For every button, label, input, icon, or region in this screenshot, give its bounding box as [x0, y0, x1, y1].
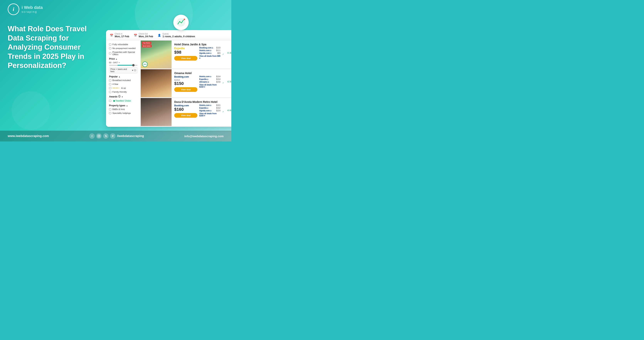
footer-email: info@iwebdatascraping.com [184, 135, 224, 138]
guests-label: Guests [162, 33, 195, 35]
instagram-icon[interactable] [96, 133, 102, 139]
checkin-field: 📅 Check In Mon, 17 Feb [110, 33, 129, 38]
filter-four-star[interactable]: 4 Star [109, 83, 138, 85]
popular-section-header: Popular ▲ [109, 75, 138, 78]
facebook-icon[interactable]: f [89, 133, 95, 139]
view-deal-btn-3[interactable]: View deal [174, 113, 198, 118]
provider-logo-2: Booking.com [174, 76, 198, 78]
price-main-3: $160 [174, 107, 198, 112]
awards-arrow-icon: ▲ [121, 96, 123, 98]
filter-refundable[interactable]: Fully refundable [109, 43, 138, 46]
special-offers-checkbox[interactable] [109, 52, 111, 55]
compare-prices-1: Booking.com ≥ $103 Hotels.com ≥ $111 Ago… [199, 47, 220, 59]
family-label: Family-friendly [112, 91, 127, 93]
hotel-center-1: Expedia $98 View deal Booking.com ≥ $103 [174, 47, 231, 61]
hotel-image-2 [141, 69, 172, 97]
hotel-center-2: Booking.com $164 $150 View deal Hotels.c… [174, 76, 231, 92]
hotel-image-3 [141, 98, 172, 126]
compare-prices-2: Hotels.com ≥ $164 Expedia ≥ $164 eDreams… [199, 76, 220, 88]
ui-card: Fully refundable No prepayment needed Pr… [106, 41, 231, 127]
compare-price-2-1: $164 [216, 78, 220, 80]
svg-rect-2 [98, 135, 100, 137]
checkin-value: Mon, 17 Feb [115, 35, 129, 38]
best-value-text-2: #2 Best Value of 175 places to stay in A… [224, 81, 231, 85]
price-display-label: Price + taxes and fees [110, 68, 131, 73]
price-slider-track[interactable] [109, 65, 138, 66]
compare-site-2-1: Expedia ≥ [199, 78, 208, 80]
price-section-3: Booking.com $160 View deal [174, 104, 198, 118]
price-display-dropdown[interactable]: Price + taxes and fees ▾ ⓘ [109, 67, 138, 73]
header: i i Web data scraping [0, 0, 231, 19]
provider-logo-1: Expedia [174, 47, 198, 50]
hotel-info-2: Omama Hotel ♡ Booking.com $164 $150 View… [172, 69, 231, 97]
view-on-map-1[interactable]: View on map [222, 57, 231, 60]
family-checkbox[interactable] [109, 91, 111, 93]
checkout-value: Mon, 24 Feb [138, 35, 153, 38]
compare-site-3-1: Expedia ≥ [199, 107, 208, 109]
speciality-checkbox[interactable] [109, 112, 111, 114]
view-all-deals-3[interactable]: View all deals from $160 ▾ [199, 113, 220, 117]
compare-row-1-2: Agoda.com ≥ $89 [199, 52, 220, 54]
compare-row-2-0: Hotels.com ≥ $164 [199, 76, 220, 78]
best-value-3: ✓ #3 Best Value of 175 places to stay in… [222, 109, 231, 114]
best-seller-badge: Best Seller [142, 45, 152, 47]
review-count-1: 1,119 reviews [222, 49, 231, 51]
logo-circle: i [8, 4, 19, 15]
view-deal-btn-1[interactable]: View deal [174, 56, 198, 61]
stars-row: ★★★★☆ [112, 87, 120, 89]
four-star-checkbox[interactable] [109, 83, 111, 85]
hotel-card-1: Top Rated Best Seller 2024 Hotel Diana J… [141, 41, 231, 69]
search-bar[interactable]: 📅 Check In Mon, 17 Feb 📅 Check Out Mon, … [106, 30, 231, 41]
view-on-map-2[interactable]: View on map [222, 86, 231, 88]
breakfast-checkbox[interactable] [109, 79, 111, 81]
filter-breakfast[interactable]: Breakfast included [109, 79, 138, 81]
four-star-label: 4 Star [112, 83, 118, 85]
hotel-card-2: Omama Hotel ♡ Booking.com $164 $150 View… [141, 69, 231, 97]
no-prepayment-label: No prepayment needed [112, 47, 136, 49]
property-types-label: Property types [109, 104, 125, 107]
filter-stars-up[interactable]: ★★★★☆ & up [109, 87, 138, 89]
footer: www.iwebdatascraping.com f 𝕏 P /iwebdata… [0, 131, 231, 141]
filter-speciality[interactable]: Speciality lodgings [109, 112, 138, 114]
bb-inns-checkbox[interactable] [109, 108, 111, 110]
brand-name-part1: Web data [24, 5, 42, 10]
compare-site-1-0: Booking.com ≥ [199, 47, 213, 49]
filter-travellers-choice[interactable]: Travellers' Choice [109, 99, 138, 102]
best-value-text-1: #1 Best Value of 175 places to stay in A… [224, 52, 231, 56]
year-badge-1: 2024 [142, 62, 148, 67]
refundable-checkbox[interactable] [109, 44, 111, 46]
checkout-field: 📅 Check Out Mon, 24 Feb [134, 33, 153, 38]
filter-no-prepayment[interactable]: No prepayment needed [109, 47, 138, 49]
filter-bb-inns[interactable]: B&Bs & Inns [109, 108, 138, 110]
no-prepayment-checkbox[interactable] [109, 47, 111, 49]
filter-special-offers[interactable]: Properties with Special Offers [109, 51, 138, 56]
breakfast-label: Breakfast included [112, 79, 131, 81]
price-slider-thumb[interactable] [132, 64, 134, 66]
hotel-card-3: Duca D'Aosta Modern Retro Hotel ♡ Bookin… [141, 98, 231, 126]
hotel-info-1: Hotel Diana Jardin & Spa ♡ Expedia $98 V… [172, 41, 231, 69]
property-types-arrow-icon: ▲ [126, 105, 128, 107]
compare-price-1-1: $111 [216, 49, 220, 52]
best-value-check-icon-2: ✓ [222, 82, 224, 84]
compare-row-3-0: Hotels.com ≥ $161 [199, 104, 220, 106]
hotel-image-1: Top Rated Best Seller 2024 [141, 41, 172, 69]
view-on-map-3[interactable]: View on map [222, 115, 231, 117]
travellers-choice-badge: Travellers' Choice [112, 99, 132, 102]
travellers-choice-checkbox[interactable] [109, 100, 111, 102]
guests-field: 👤 Guests 1 room, 2 adults, 0 children [158, 33, 195, 38]
stars-up-checkbox[interactable] [109, 87, 111, 89]
pinterest-icon[interactable]: P [110, 133, 116, 139]
view-all-deals-2[interactable]: View all deals from $150 ▾ [199, 84, 220, 88]
guests-icon: 👤 [158, 34, 161, 37]
main-content: What Role Does Travel Data Scraping for … [0, 19, 231, 129]
filter-family[interactable]: Family-friendly [109, 91, 138, 93]
brand-name-line1: i Web data [22, 5, 43, 10]
hotel-list: Top Rated Best Seller 2024 Hotel Diana J… [141, 41, 231, 127]
twitter-icon[interactable]: 𝕏 [103, 133, 108, 139]
view-deal-btn-2[interactable]: View deal [174, 87, 198, 92]
compare-row-1-0: Booking.com ≥ $103 [199, 47, 220, 49]
view-all-deals-1[interactable]: View all deals from $89 ▾ [199, 55, 220, 59]
footer-website: www.iwebdatascraping.com [8, 134, 49, 138]
compare-row-2-1: Expedia ≥ $164 [199, 78, 220, 80]
popular-arrow-icon: ▲ [118, 76, 120, 78]
